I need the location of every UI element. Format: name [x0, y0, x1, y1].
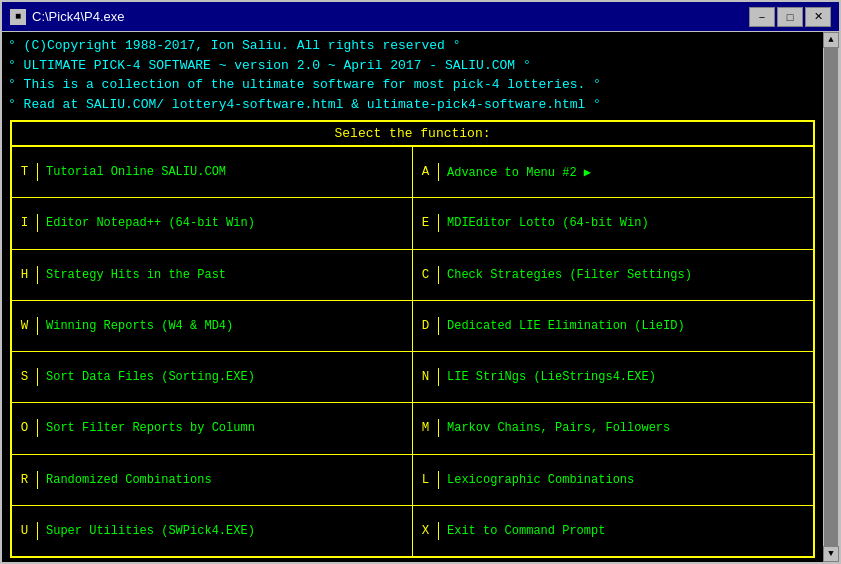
minimize-button[interactable]: −	[749, 7, 775, 27]
console-header: ° (C)Copyright 1988-2017, Ion Saliu. All…	[8, 36, 817, 114]
dot4: °	[515, 58, 531, 73]
header-line3: ° This is a collection of the ultimate s…	[8, 75, 817, 95]
menu-label-left-2[interactable]: Strategy Hits in the Past	[38, 266, 412, 284]
maximize-button[interactable]: □	[777, 7, 803, 27]
menu-key-right-2[interactable]: C	[413, 266, 439, 284]
dot5: °	[8, 77, 24, 92]
menu-cell-left-0: T Tutorial Online SALIU.COM	[12, 147, 413, 197]
menu-label-right-3[interactable]: Dedicated LIE Elimination (LieID)	[439, 317, 813, 335]
menu-key-right-7[interactable]: X	[413, 522, 439, 540]
menu-cell-right-6: L Lexicographic Combinations	[413, 455, 813, 505]
menu-label-right-4[interactable]: LIE StriNgs (LieStrings4.EXE)	[439, 368, 813, 386]
dot3: °	[8, 58, 24, 73]
menu-label-right-2[interactable]: Check Strategies (Filter Settings)	[439, 266, 813, 284]
menu-row: W Winning Reports (W4 & MD4) D Dedicated…	[12, 301, 813, 352]
menu-cell-right-4: N LIE StriNgs (LieStrings4.EXE)	[413, 352, 813, 402]
menu-key-left-6[interactable]: R	[12, 471, 38, 489]
menu-cell-right-3: D Dedicated LIE Elimination (LieID)	[413, 301, 813, 351]
menu-row: U Super Utilities (SWPick4.EXE) X Exit t…	[12, 506, 813, 556]
menu-row: O Sort Filter Reports by Column M Markov…	[12, 403, 813, 454]
menu-label-left-0[interactable]: Tutorial Online SALIU.COM	[38, 163, 412, 181]
menu-label-left-7[interactable]: Super Utilities (SWPick4.EXE)	[38, 522, 412, 540]
menu-key-left-0[interactable]: T	[12, 163, 38, 181]
menu-key-left-1[interactable]: I	[12, 214, 38, 232]
menu-cell-left-6: R Randomized Combinations	[12, 455, 413, 505]
menu-label-right-6[interactable]: Lexicographic Combinations	[439, 471, 813, 489]
menu-label-left-5[interactable]: Sort Filter Reports by Column	[38, 419, 412, 437]
menu-label-right-5[interactable]: Markov Chains, Pairs, Followers	[439, 419, 813, 437]
menu-row: I Editor Notepad++ (64-bit Win) E MDIEdi…	[12, 198, 813, 249]
menu-key-right-5[interactable]: M	[413, 419, 439, 437]
menu-cell-right-5: M Markov Chains, Pairs, Followers	[413, 403, 813, 453]
menu-label-right-0[interactable]: Advance to Menu #2 ▶	[439, 163, 813, 182]
menu-key-right-3[interactable]: D	[413, 317, 439, 335]
menu-row: R Randomized Combinations L Lexicographi…	[12, 455, 813, 506]
menu-key-right-4[interactable]: N	[413, 368, 439, 386]
menu-key-right-0[interactable]: A	[413, 163, 439, 181]
menu-label-left-3[interactable]: Winning Reports (W4 & MD4)	[38, 317, 412, 335]
menu-cell-left-3: W Winning Reports (W4 & MD4)	[12, 301, 413, 351]
menu-cell-left-5: O Sort Filter Reports by Column	[12, 403, 413, 453]
menu-rows: T Tutorial Online SALIU.COM A Advance to…	[12, 147, 813, 556]
menu-cell-right-1: E MDIEditor Lotto (64-bit Win)	[413, 198, 813, 248]
menu-cell-right-2: C Check Strategies (Filter Settings)	[413, 250, 813, 300]
window-icon: ■	[10, 9, 26, 25]
main-content: ° (C)Copyright 1988-2017, Ion Saliu. All…	[2, 32, 839, 562]
menu-cell-right-0: A Advance to Menu #2 ▶	[413, 147, 813, 197]
menu-row: T Tutorial Online SALIU.COM A Advance to…	[12, 147, 813, 198]
close-button[interactable]: ✕	[805, 7, 831, 27]
scroll-down-button[interactable]: ▼	[823, 546, 839, 562]
menu-key-left-5[interactable]: O	[12, 419, 38, 437]
menu-cell-left-2: H Strategy Hits in the Past	[12, 250, 413, 300]
menu-container: Select the function: T Tutorial Online S…	[10, 120, 815, 558]
menu-cell-right-7: X Exit to Command Prompt	[413, 506, 813, 556]
menu-label-left-6[interactable]: Randomized Combinations	[38, 471, 412, 489]
menu-label-right-1[interactable]: MDIEditor Lotto (64-bit Win)	[439, 214, 813, 232]
menu-label-left-1[interactable]: Editor Notepad++ (64-bit Win)	[38, 214, 412, 232]
title-bar: ■ C:\Pick4\P4.exe − □ ✕	[2, 2, 839, 32]
main-window: ■ C:\Pick4\P4.exe − □ ✕ ° (C)Copyright 1…	[0, 0, 841, 564]
dot2: °	[445, 38, 461, 53]
title-bar-buttons: − □ ✕	[749, 7, 831, 27]
menu-label-right-7[interactable]: Exit to Command Prompt	[439, 522, 813, 540]
menu-key-right-6[interactable]: L	[413, 471, 439, 489]
menu-title: Select the function:	[12, 122, 813, 147]
header-line4: ° Read at SALIU.COM/ lottery4-software.h…	[8, 95, 817, 115]
header-line1: ° (C)Copyright 1988-2017, Ion Saliu. All…	[8, 36, 817, 56]
dot1: °	[8, 38, 24, 53]
header-line2: ° ULTIMATE PICK-4 SOFTWARE ~ version 2.0…	[8, 56, 817, 76]
scroll-up-button[interactable]: ▲	[823, 32, 839, 48]
menu-key-left-2[interactable]: H	[12, 266, 38, 284]
dot8: °	[585, 97, 601, 112]
menu-cell-left-4: S Sort Data Files (Sorting.EXE)	[12, 352, 413, 402]
menu-label-left-4[interactable]: Sort Data Files (Sorting.EXE)	[38, 368, 412, 386]
window-title: C:\Pick4\P4.exe	[32, 9, 749, 24]
console-area: ° (C)Copyright 1988-2017, Ion Saliu. All…	[2, 32, 823, 562]
dot6: °	[585, 77, 601, 92]
scrollbar: ▲ ▼	[823, 32, 839, 562]
menu-key-right-1[interactable]: E	[413, 214, 439, 232]
menu-row: H Strategy Hits in the Past C Check Stra…	[12, 250, 813, 301]
menu-cell-left-7: U Super Utilities (SWPick4.EXE)	[12, 506, 413, 556]
menu-cell-left-1: I Editor Notepad++ (64-bit Win)	[12, 198, 413, 248]
menu-key-left-3[interactable]: W	[12, 317, 38, 335]
menu-key-left-7[interactable]: U	[12, 522, 38, 540]
dot7: °	[8, 97, 24, 112]
scroll-track	[824, 48, 838, 546]
menu-key-left-4[interactable]: S	[12, 368, 38, 386]
menu-row: S Sort Data Files (Sorting.EXE) N LIE St…	[12, 352, 813, 403]
